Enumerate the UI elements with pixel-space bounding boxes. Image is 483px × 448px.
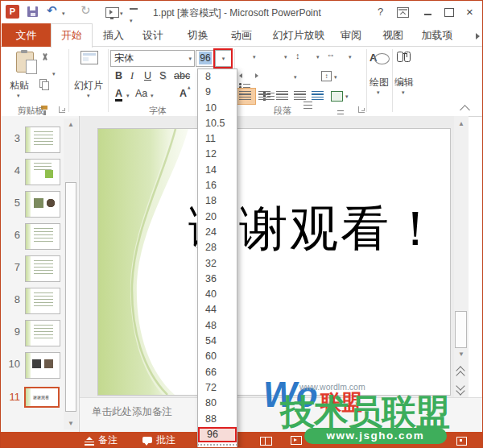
panel-scroll-down-icon[interactable]: ▼	[64, 417, 78, 429]
comments-toggle-button[interactable]: 批注	[142, 432, 175, 448]
columns-dropdown-arrow[interactable]: ▾	[294, 74, 297, 80]
slide-thumb-preview[interactable]	[25, 288, 60, 314]
font-size-option[interactable]: 10.5	[198, 116, 237, 131]
tab-home[interactable]: 开始	[51, 23, 93, 48]
slide-thumbnail-6[interactable]: 6	[1, 223, 64, 252]
slide-thumbnail-7[interactable]: 7	[1, 255, 64, 284]
text-direction-icon[interactable]: ↕	[327, 53, 336, 58]
tab-transitions[interactable]: 切换	[180, 23, 217, 47]
bullets-dropdown-arrow[interactable]: ▾	[253, 54, 256, 60]
numbering-dropdown-arrow[interactable]: ▾	[284, 54, 287, 60]
underline-button[interactable]: U	[144, 70, 151, 81]
tab-slideshow[interactable]: 幻灯片放映	[266, 23, 331, 47]
grow-font-button[interactable]: A	[180, 88, 187, 99]
decrease-indent-icon[interactable]	[239, 73, 242, 78]
slide-thumbnail-9[interactable]: 9	[1, 320, 64, 349]
previous-slide-icon[interactable]	[457, 367, 464, 377]
close-button[interactable]: ×	[466, 5, 473, 19]
tab-view[interactable]: 视图	[376, 23, 410, 47]
font-name-combo[interactable]: 宋体 ▾	[110, 50, 195, 67]
font-size-option[interactable]: 60	[198, 349, 237, 364]
drawing-dropdown-arrow[interactable]: ▾	[377, 89, 380, 95]
italic-button[interactable]: I	[130, 70, 134, 82]
redo-icon[interactable]: ↻	[80, 3, 91, 18]
font-size-dropdown-list[interactable]: 891010.511121416182024283236404448546066…	[197, 68, 237, 448]
next-slide-icon[interactable]	[457, 383, 464, 392]
slide-thumbnail-5[interactable]: 5	[1, 191, 64, 220]
notes-toggle-button[interactable]: 备注	[85, 432, 118, 448]
slide-thumbnail-8[interactable]: 8	[1, 288, 64, 317]
font-size-option[interactable]: 14	[198, 163, 237, 178]
change-case-dropdown-arrow[interactable]: ▾	[151, 93, 154, 98]
font-size-option[interactable]: 66	[198, 365, 237, 380]
new-slide-button[interactable]: 幻灯片 ▾	[72, 49, 107, 106]
text-direction-dropdown-arrow[interactable]: ▾	[349, 54, 352, 60]
font-size-option[interactable]: 9	[198, 85, 237, 100]
minimize-button[interactable]	[424, 14, 431, 15]
font-size-option[interactable]: 20	[198, 209, 237, 225]
font-size-option[interactable]: 28	[198, 240, 237, 255]
line-spacing-dropdown-arrow[interactable]: ▾	[316, 54, 320, 60]
slide-thumbnail-3[interactable]: 3	[1, 127, 64, 156]
slide-thumb-preview[interactable]	[25, 159, 60, 185]
maximize-button[interactable]	[444, 8, 454, 17]
font-color-button[interactable]: A	[115, 88, 122, 102]
slide-thumb-preview[interactable]	[25, 223, 60, 250]
font-size-option[interactable]: 24	[198, 225, 237, 240]
font-size-option[interactable]: 36	[198, 272, 237, 287]
font-size-option[interactable]: 40	[198, 287, 237, 302]
text-shadow-button[interactable]: S	[159, 70, 166, 81]
font-size-option[interactable]: 18	[198, 193, 237, 209]
tab-insert[interactable]: 插入	[95, 23, 132, 47]
dropdown-resize-grip[interactable]	[198, 442, 237, 448]
font-size-option[interactable]: 8	[198, 69, 237, 85]
slide-thumb-preview[interactable]	[25, 255, 60, 282]
align-text-icon[interactable]: ↕	[321, 71, 332, 81]
align-text-dropdown-arrow[interactable]: ▾	[334, 74, 337, 80]
help-button[interactable]: ?	[378, 6, 383, 18]
slide-thumbnail-11[interactable]: 11谢谢观看	[1, 385, 64, 414]
reading-view-icon[interactable]	[260, 437, 272, 446]
font-size-option[interactable]: 10	[198, 101, 237, 116]
font-color-dropdown-arrow[interactable]: ▾	[126, 93, 130, 98]
font-size-option[interactable]: 88	[198, 412, 237, 427]
tab-addins[interactable]: 加载项	[415, 23, 460, 47]
font-size-option[interactable]: 54	[198, 334, 237, 349]
slide-thumb-preview[interactable]	[25, 352, 60, 379]
slide-thumb-preview[interactable]: 谢谢观看	[24, 387, 60, 408]
panel-scroll-up-icon[interactable]: ▲	[64, 118, 78, 131]
slide-thumbnail-10[interactable]: 10	[1, 352, 64, 381]
font-size-input[interactable]: 96	[196, 50, 215, 67]
ribbon-display-options-icon[interactable]	[397, 7, 409, 18]
font-size-option[interactable]: 80	[198, 396, 237, 411]
new-slide-dropdown-arrow[interactable]: ▾	[87, 93, 90, 98]
start-slideshow-icon[interactable]	[105, 7, 119, 18]
slide-thumb-preview[interactable]	[25, 191, 60, 218]
align-right-icon[interactable]	[276, 91, 288, 100]
strikethrough-button[interactable]: abc	[174, 70, 190, 81]
main-scrollbar-thumb[interactable]	[455, 311, 467, 348]
distribute-icon[interactable]	[312, 91, 324, 100]
font-size-option[interactable]: 12	[198, 147, 237, 162]
font-size-option[interactable]: 48	[198, 318, 237, 334]
increase-indent-icon[interactable]	[255, 73, 258, 78]
align-center-icon[interactable]	[258, 91, 270, 100]
font-size-option[interactable]: 32	[198, 256, 237, 272]
tab-animations[interactable]: 动画	[223, 23, 260, 47]
panel-scrollbar-thumb[interactable]	[65, 182, 76, 412]
tab-review[interactable]: 审阅	[334, 23, 368, 47]
align-left-icon[interactable]	[239, 91, 251, 100]
editing-button[interactable]: 编辑 ▾	[394, 49, 419, 106]
drawing-button[interactable]: A 绘图 ▾	[368, 49, 390, 106]
slide-canvas[interactable]: 谢谢观看！	[97, 128, 451, 396]
bold-button[interactable]: B	[115, 70, 122, 81]
slide-thumbnail-4[interactable]: 4	[1, 159, 64, 188]
notes-placeholder[interactable]: 单击此处添加备注	[92, 405, 172, 419]
main-scroll-down-icon[interactable]: ▼	[454, 348, 469, 360]
smartart-convert-icon[interactable]	[331, 91, 343, 102]
justify-icon[interactable]	[294, 91, 306, 100]
paragraph-dialog-launcher[interactable]	[358, 106, 365, 113]
tab-scroll-arrow[interactable]	[476, 33, 480, 39]
smartart-dropdown-arrow[interactable]: ▾	[345, 93, 349, 99]
collapse-ribbon-icon[interactable]	[460, 105, 470, 115]
